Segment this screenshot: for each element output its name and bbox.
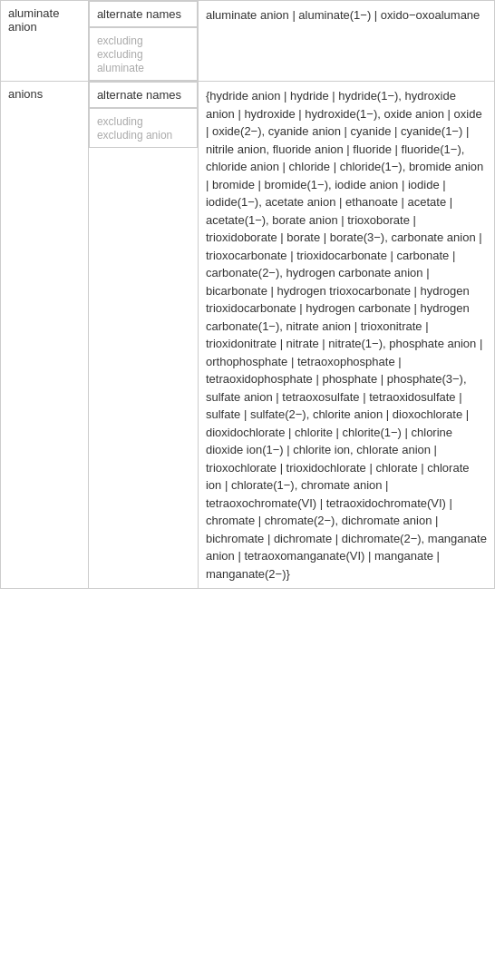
anions-name-label: anions	[8, 87, 43, 101]
aluminate-anion-row: aluminate anion alternate names excludin…	[1, 1, 495, 82]
aluminate-altnames-label: alternate names	[97, 7, 181, 21]
anions-excluding-value: excluding anion	[97, 129, 172, 142]
aluminate-excluding-label: excluding	[97, 34, 143, 47]
anions-values-cell: {hydride anion | hydride | hydride(1−), …	[198, 82, 494, 589]
aluminate-name-label: aluminate anion	[8, 6, 59, 34]
aluminate-name-cell: aluminate anion	[1, 1, 89, 82]
aluminate-altnames-label-cell: alternate names	[89, 1, 198, 27]
aluminate-altnames-excluding-cell: excluding excluding aluminate	[89, 27, 198, 81]
anions-row: anions alternate names excluding excludi…	[1, 82, 495, 589]
anions-altnames-label: alternate names	[97, 88, 181, 102]
anions-altnames-excluding-cell: excluding excluding anion	[89, 108, 198, 148]
aluminate-excluding-value: excluding aluminate	[97, 48, 144, 74]
anions-altnames-label-cell: alternate names	[89, 82, 198, 108]
aluminate-altnames-cell: alternate names excluding excluding alum…	[88, 1, 198, 82]
anions-altnames-cell: alternate names excluding excluding anio…	[88, 82, 198, 589]
aluminate-values-cell: aluminate anion | aluminate(1−) | oxido−…	[198, 1, 494, 82]
aluminate-values: aluminate anion | aluminate(1−) | oxido−…	[206, 8, 480, 22]
anions-values: {hydride anion | hydride | hydride(1−), …	[206, 89, 487, 581]
anions-excluding-prefix: excluding	[97, 115, 143, 128]
anions-name-cell: anions	[1, 82, 89, 589]
